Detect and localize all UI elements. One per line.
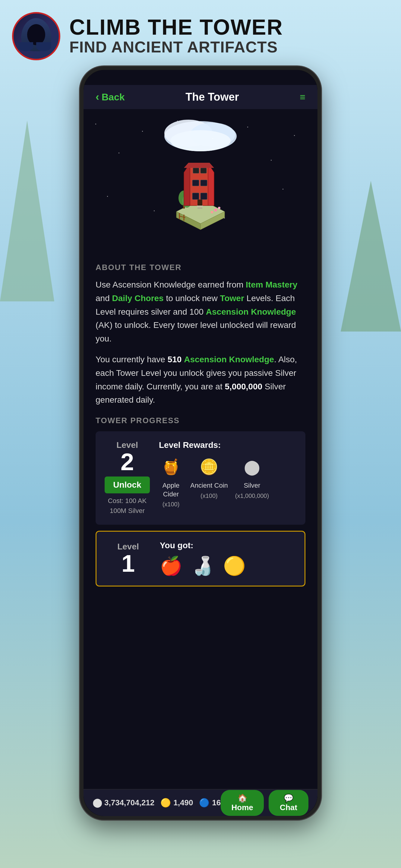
svg-rect-24 bbox=[197, 206, 203, 207]
svg-rect-20 bbox=[201, 180, 207, 186]
svg-rect-17 bbox=[193, 168, 199, 173]
menu-icon[interactable]: ≡ bbox=[300, 92, 305, 103]
ascension-knowledge-highlight1: Ascension Knowledge bbox=[206, 307, 296, 316]
level2-card: Level 2 Unlock Cost: 100 AK 100M Silver … bbox=[96, 431, 305, 525]
about-paragraph2: You currently have 510 Ascension Knowled… bbox=[96, 353, 305, 407]
svg-marker-26 bbox=[184, 163, 214, 168]
daily-chores-highlight: Daily Chores bbox=[112, 293, 164, 303]
got-apple-icon: 🍎 bbox=[160, 555, 182, 577]
hood-shoulder-left bbox=[18, 42, 33, 51]
header-text: CLIMB THE TOWER FIND ANCIENT ARTIFACTS bbox=[69, 16, 283, 56]
about-paragraph1: Use Ascension Knowledge earned from Item… bbox=[96, 278, 305, 346]
unlock-button[interactable]: Unlock bbox=[104, 476, 150, 493]
tower-progress-section: TOWER PROGRESS Level 2 Unlock Cost: 100 … bbox=[96, 416, 305, 587]
got-potion-icon: 🍶 bbox=[191, 555, 214, 577]
you-got-label: You got: bbox=[160, 541, 296, 550]
bottom-bar: ⬤ 3,734,704,212 🟡 1,490 🔵 16 🏠 Home 💬 Ch… bbox=[84, 789, 317, 816]
silver-reward-name: Silver bbox=[244, 481, 260, 490]
ancient-coin-name: Ancient Coin bbox=[190, 481, 228, 490]
currency-group: ⬤ 3,734,704,212 🟡 1,490 🔵 16 bbox=[93, 798, 221, 808]
tower-highlight: Tower bbox=[220, 293, 244, 303]
avatar-hood-graphic bbox=[18, 17, 54, 56]
silver-icon: ⬤ bbox=[240, 455, 264, 479]
svg-rect-25 bbox=[197, 207, 202, 209]
apple-cider-icon: 🍯 bbox=[159, 455, 183, 479]
svg-point-27 bbox=[214, 209, 217, 212]
level2-row: Level 2 Unlock Cost: 100 AK 100M Silver … bbox=[104, 440, 297, 516]
cost-line2: 100M Silver bbox=[110, 507, 145, 515]
gem-currency: 🔵 16 bbox=[199, 798, 221, 808]
level2-left: Level 2 Unlock Cost: 100 AK 100M Silver bbox=[104, 440, 150, 516]
level2-number: 2 bbox=[121, 450, 134, 474]
svg-rect-21 bbox=[192, 193, 199, 199]
hood-shoulder-right bbox=[36, 42, 51, 51]
cost-line1: Cost: 100 AK bbox=[108, 497, 147, 504]
nav-title: The Tower bbox=[185, 91, 239, 103]
bottom-buttons: 🏠 Home 💬 Chat bbox=[221, 790, 308, 816]
content-area: ABOUT THE TOWER Use Ascension Knowledge … bbox=[84, 254, 317, 789]
silver-reward-count: (x1,000,000) bbox=[235, 493, 269, 499]
svg-marker-14 bbox=[208, 163, 214, 206]
gold-currency: 🟡 1,490 bbox=[160, 798, 193, 808]
item-mastery-highlight: Item Mastery bbox=[246, 280, 297, 289]
about-section: ABOUT THE TOWER Use Ascension Knowledge … bbox=[96, 263, 305, 407]
apple-cider-count: (x100) bbox=[162, 501, 180, 508]
phone-screen: ‹ Back The Tower ≡ bbox=[84, 70, 317, 816]
level1-card: Level 1 You got: 🍎 🍶 🟡 bbox=[96, 531, 305, 587]
bg-mountain-left bbox=[0, 121, 54, 301]
reward-apple-cider: 🍯 AppleCider (x100) bbox=[159, 455, 183, 508]
rewards-items: 🍯 AppleCider (x100) 🪙 Ancient Coin (x100… bbox=[159, 455, 297, 508]
apple-cider-name: AppleCider bbox=[162, 481, 179, 498]
ancient-coin-count: (x100) bbox=[201, 493, 218, 499]
got-items: 🍎 🍶 🟡 bbox=[160, 555, 296, 577]
ascension-knowledge-highlight2: Ascension Knowledge bbox=[184, 355, 274, 364]
tower-progress-label: TOWER PROGRESS bbox=[96, 416, 305, 425]
svg-point-3 bbox=[171, 130, 230, 151]
silver-daily-value: 5,000,000 bbox=[225, 382, 262, 391]
reward-silver: ⬤ Silver (x1,000,000) bbox=[235, 455, 269, 499]
home-button[interactable]: 🏠 Home bbox=[221, 790, 264, 816]
level1-rewards: You got: 🍎 🍶 🟡 bbox=[160, 541, 296, 577]
svg-rect-23 bbox=[197, 199, 202, 206]
level2-cost: Cost: 100 AK 100M Silver bbox=[108, 496, 147, 516]
tower-illustration bbox=[137, 118, 264, 245]
bg-mountain-right bbox=[341, 181, 401, 332]
rewards-title: Level Rewards: bbox=[159, 440, 297, 450]
tower-image-area bbox=[84, 109, 317, 254]
nav-bar: ‹ Back The Tower ≡ bbox=[84, 85, 317, 109]
back-label: Back bbox=[102, 92, 125, 103]
gem-currency-icon: 🔵 bbox=[199, 798, 210, 808]
header: CLIMB THE TOWER FIND ANCIENT ARTIFACTS bbox=[12, 12, 283, 60]
chat-button[interactable]: 💬 Chat bbox=[269, 790, 308, 816]
svg-rect-18 bbox=[201, 168, 207, 173]
gold-currency-icon: 🟡 bbox=[160, 798, 171, 808]
level1-number: 1 bbox=[122, 552, 135, 576]
got-coin-icon: 🟡 bbox=[223, 555, 246, 577]
svg-rect-22 bbox=[201, 193, 207, 199]
current-ak-value: 510 bbox=[167, 355, 182, 364]
avatar bbox=[12, 12, 60, 60]
back-button[interactable]: ‹ Back bbox=[96, 91, 125, 103]
level1-left: Level 1 bbox=[105, 542, 151, 576]
svg-point-29 bbox=[211, 211, 213, 213]
header-title-line1: CLIMB THE TOWER bbox=[69, 16, 283, 38]
level1-row: Level 1 You got: 🍎 🍶 🟡 bbox=[105, 541, 296, 577]
svg-point-28 bbox=[218, 207, 220, 209]
header-title-line2: FIND ANCIENT ARTIFACTS bbox=[69, 38, 283, 56]
phone-mockup: ‹ Back The Tower ≡ bbox=[80, 66, 321, 820]
about-section-label: ABOUT THE TOWER bbox=[96, 263, 305, 272]
silver-currency-icon: ⬤ bbox=[93, 798, 102, 808]
gold-balance: 1,490 bbox=[173, 798, 193, 807]
svg-marker-16 bbox=[184, 163, 190, 206]
status-bar bbox=[84, 70, 317, 85]
gem-balance: 16 bbox=[212, 798, 221, 807]
ancient-coin-icon: 🪙 bbox=[197, 455, 221, 479]
silver-currency: ⬤ 3,734,704,212 bbox=[93, 798, 154, 808]
level2-rewards: Level Rewards: 🍯 AppleCider (x100) 🪙 Anc bbox=[159, 440, 297, 508]
svg-rect-19 bbox=[192, 180, 199, 186]
silver-balance: 3,734,704,212 bbox=[104, 798, 154, 807]
chevron-left-icon: ‹ bbox=[96, 91, 99, 103]
reward-ancient-coin: 🪙 Ancient Coin (x100) bbox=[190, 455, 228, 499]
